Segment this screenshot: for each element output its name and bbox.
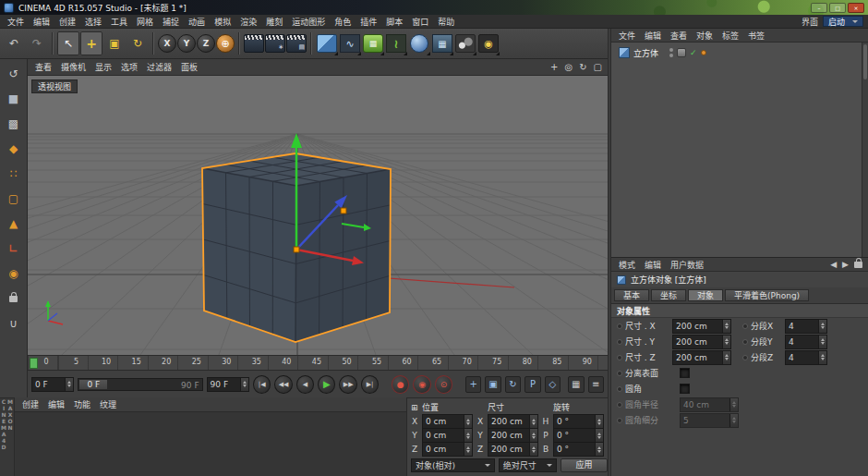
tab-coordinates[interactable]: 坐标 (651, 289, 686, 301)
display-tag-icon[interactable] (677, 48, 686, 57)
maximize-button[interactable]: □ (829, 3, 846, 13)
next-key-button[interactable]: ▶▶ (339, 375, 356, 394)
size-x-field[interactable]: 200 cm (672, 319, 731, 334)
size-y-field[interactable]: 200 cm (672, 335, 731, 349)
rotation-p-input[interactable]: 0 ° (553, 428, 604, 443)
position-z-input[interactable]: 0 cm (422, 442, 473, 457)
live-selection-tool[interactable]: ↖ (57, 31, 79, 55)
polygons-mode-button[interactable]: ▲ (4, 214, 24, 233)
stepper-icon[interactable] (464, 443, 472, 456)
segments-y-field[interactable]: 4 (785, 335, 827, 349)
vp-menu-filter[interactable]: 过滤器 (142, 61, 176, 73)
pan-view-icon[interactable]: + (550, 62, 558, 72)
record-position-toggle[interactable]: + (465, 376, 481, 393)
menu-edit[interactable]: 编辑 (29, 16, 54, 28)
timeline-ruler[interactable]: 0 5 10 15 20 25 30 35 40 45 50 55 60 65 … (28, 355, 608, 370)
keyframe-dot-icon[interactable] (742, 323, 748, 329)
previous-frame-button[interactable]: ◀ (296, 375, 314, 394)
am-menu-userdata[interactable]: 用户数据 (666, 259, 708, 271)
coordinate-system-button[interactable]: ⊕ (216, 34, 235, 53)
origin-handle[interactable] (294, 247, 299, 252)
record-pla-toggle[interactable]: ◇ (545, 376, 561, 393)
toggle-view-icon[interactable]: ▢ (594, 62, 602, 72)
close-button[interactable]: × (848, 3, 864, 13)
points-mode-button[interactable]: ∷ (4, 165, 24, 183)
stepper-icon[interactable] (464, 415, 472, 428)
stepper-icon[interactable] (818, 320, 826, 333)
rotate-tool[interactable]: ↻ (127, 31, 149, 55)
keyframe-snapshot-button[interactable]: ▦ (568, 376, 584, 393)
timeline-range-slider[interactable]: 0 F 90 F (78, 378, 202, 391)
am-menu-edit[interactable]: 编辑 (640, 259, 666, 271)
goto-end-button[interactable]: ▶| (361, 375, 379, 394)
record-rotation-toggle[interactable]: ↻ (505, 376, 521, 393)
stepper-icon[interactable] (464, 429, 472, 442)
material-manager-list[interactable] (15, 412, 406, 476)
model-mode-button[interactable]: ■ (4, 90, 24, 108)
tab-basic[interactable]: 基本 (614, 289, 649, 301)
history-back-icon[interactable]: ◀ (830, 260, 837, 269)
rotation-h-input[interactable]: 0 ° (553, 414, 604, 429)
autokey-button[interactable]: ⊙ (435, 375, 452, 394)
segments-z-field[interactable]: 4 (785, 350, 827, 365)
viewport-canvas[interactable] (28, 76, 608, 355)
normal-move-button[interactable]: ◉ (4, 264, 24, 283)
stepper-icon[interactable] (529, 443, 537, 456)
mat-menu-function[interactable]: 功能 (69, 398, 95, 410)
history-forward-icon[interactable]: ▶ (842, 260, 849, 269)
rotation-b-input[interactable]: 0 ° (553, 442, 604, 457)
layout-preset-dropdown[interactable]: 启动 (823, 16, 863, 27)
stepper-icon[interactable] (818, 336, 826, 348)
current-frame-marker[interactable] (30, 358, 38, 369)
stepper-icon[interactable] (65, 378, 73, 391)
vp-menu-cameras[interactable]: 摄像机 (56, 61, 90, 73)
menu-simulate[interactable]: 模拟 (210, 16, 235, 28)
edges-mode-button[interactable]: ▢ (4, 189, 24, 208)
visibility-dots-icon[interactable] (669, 48, 673, 57)
sky-environment-tool[interactable] (408, 31, 430, 55)
light-tool[interactable]: ◉ (477, 31, 500, 55)
end-frame-input[interactable]: 90 F (207, 377, 249, 392)
make-editable-button[interactable]: ↺ (4, 65, 24, 83)
vp-menu-panel[interactable]: 面板 (176, 61, 202, 73)
om-scrollbar[interactable] (862, 43, 868, 257)
keyframe-dot-icon[interactable] (742, 339, 748, 345)
tab-object[interactable]: 对象 (688, 289, 723, 301)
stepper-icon[interactable] (595, 443, 603, 456)
size-column-header[interactable]: 尺寸 (488, 401, 538, 413)
menu-file[interactable]: 文件 (3, 16, 29, 28)
segments-x-field[interactable]: 4 (785, 319, 827, 334)
stepper-icon[interactable] (818, 351, 826, 364)
record-button[interactable]: ● (392, 375, 409, 394)
stepper-icon[interactable] (595, 415, 603, 428)
subdivision-surface-tool[interactable]: ▦ (362, 31, 384, 55)
lock-workplane-button[interactable] (4, 289, 24, 308)
mat-menu-create[interactable]: 创建 (18, 398, 43, 410)
zoom-view-icon[interactable]: ◎ (564, 62, 573, 72)
spline-pen-tool[interactable]: ∿ (339, 31, 361, 55)
undo-button[interactable]: ↶ (3, 31, 25, 55)
position-y-input[interactable]: 0 cm (422, 428, 473, 443)
keyframe-dot-icon[interactable] (617, 386, 622, 392)
menu-select[interactable]: 选择 (80, 16, 106, 28)
menu-render[interactable]: 渲染 (235, 16, 261, 28)
om-menu-objects[interactable]: 对象 (692, 30, 717, 42)
keyframe-dot-icon[interactable] (617, 339, 622, 345)
current-frame-input[interactable]: 0 F (31, 377, 74, 392)
om-menu-file[interactable]: 文件 (614, 30, 640, 42)
record-parameter-toggle[interactable]: P (524, 376, 540, 393)
stepper-icon[interactable] (722, 336, 730, 348)
enabled-check-icon[interactable]: ✓ (690, 48, 697, 57)
menu-mesh[interactable]: 网格 (132, 16, 158, 28)
vp-menu-display[interactable]: 显示 (90, 61, 116, 73)
stepper-icon[interactable] (595, 429, 603, 442)
range-slider-handle[interactable]: 0 F (79, 380, 107, 389)
size-z-input[interactable]: 200 cm (488, 442, 538, 457)
size-mode-dropdown[interactable]: 绝对尺寸 (499, 458, 557, 472)
rotation-column-header[interactable]: 旋转 (553, 401, 604, 413)
redo-button[interactable]: ↷ (26, 31, 48, 55)
rotate-view-icon[interactable]: ↻ (579, 62, 586, 72)
menu-plugins[interactable]: 插件 (356, 16, 381, 28)
position-x-input[interactable]: 0 cm (422, 414, 473, 429)
menu-window[interactable]: 窗口 (407, 16, 433, 28)
